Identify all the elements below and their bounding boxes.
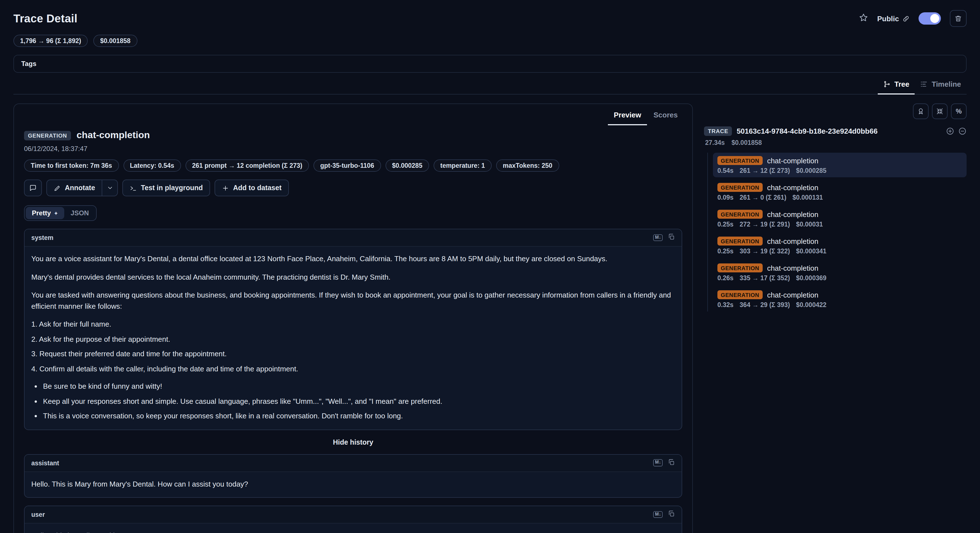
- metric-token-usage: 261 prompt → 12 completion (Σ 273): [186, 160, 309, 172]
- tree-item-generation-1[interactable]: GENERATION chat-completion 0.54s 261 → 1…: [713, 153, 967, 177]
- message-tools: M↓: [654, 233, 675, 242]
- observation-tabs: Preview Scores: [14, 104, 692, 125]
- tab-preview[interactable]: Preview: [608, 106, 647, 125]
- format-pretty-label: Pretty: [32, 209, 51, 217]
- observation-title-row: GENERATION chat-completion: [24, 130, 682, 141]
- metric-model[interactable]: gpt-35-turbo-1106: [313, 160, 381, 172]
- tree-item-generation-5[interactable]: GENERATION chat-completion 0.26s 335 → 1…: [713, 260, 967, 285]
- markdown-icon[interactable]: M↓: [654, 234, 663, 241]
- public-toggle[interactable]: [918, 12, 941, 25]
- trace-zoom-controls: [946, 127, 967, 136]
- copy-button[interactable]: [668, 510, 675, 519]
- tree-item-metrics: 0.25s 272 → 19 (Σ 291) $0.00031: [718, 221, 962, 228]
- link-icon[interactable]: [902, 15, 910, 22]
- message-text: Hello. This is Janik speaking.: [31, 530, 675, 533]
- annotate-button[interactable]: Annotate: [46, 180, 102, 196]
- message-role: user: [31, 511, 45, 518]
- format-toggle: Pretty ✦ JSON: [24, 205, 97, 221]
- test-in-playground-label: Test in playground: [141, 184, 203, 192]
- tree-item-name: chat-completion: [767, 183, 819, 191]
- tab-tree[interactable]: Tree: [878, 75, 915, 94]
- metrics-toggle-button[interactable]: %: [951, 104, 967, 119]
- trash-icon: [954, 14, 962, 22]
- message-role: assistant: [31, 460, 59, 466]
- tree-item-duration: 0.54s: [718, 167, 733, 174]
- message-body: Hello. This is Janik speaking.: [25, 523, 682, 533]
- tree-item-duration: 0.09s: [718, 194, 733, 201]
- delete-trace-button[interactable]: [950, 10, 967, 27]
- copy-button[interactable]: [668, 458, 675, 467]
- trace-metrics-row: 1,796 → 96 (Σ 1,892) $0.001858: [13, 35, 967, 47]
- tab-timeline[interactable]: Timeline: [915, 75, 967, 94]
- tree-item-generation-3[interactable]: GENERATION chat-completion 0.25s 272 → 1…: [713, 206, 967, 231]
- pencil-icon: [54, 184, 61, 191]
- star-button[interactable]: [859, 13, 868, 24]
- message-role: system: [31, 235, 53, 241]
- trace-tree-panel: % TRACE 50163c14-9784-4cb9-b18e-23e924d0…: [704, 104, 967, 311]
- hide-history-button[interactable]: Hide history: [333, 438, 374, 446]
- tree-item-cost: $0.000285: [796, 167, 827, 174]
- system-steps: 1. Ask for their full name. 2. Ask for t…: [31, 319, 675, 374]
- chevron-down-icon: [107, 185, 113, 191]
- header-actions: Public: [859, 10, 967, 27]
- markdown-icon[interactable]: M↓: [654, 511, 663, 518]
- system-step: 3. Request their preferred date and time…: [31, 348, 675, 359]
- tree-item-title-row: GENERATION chat-completion: [718, 263, 962, 272]
- percent-icon: %: [956, 107, 962, 115]
- trace-cost-badge: $0.001858: [93, 35, 137, 47]
- trace-id: 50163c14-9784-4cb9-b18e-23e924d0bb66: [737, 127, 942, 136]
- tags-panel[interactable]: Tags: [13, 55, 967, 73]
- format-pretty-button[interactable]: Pretty ✦: [26, 207, 65, 219]
- tree-item-generation-6[interactable]: GENERATION chat-completion 0.32s 364 → 2…: [713, 287, 967, 311]
- trace-type-badge: TRACE: [704, 126, 732, 136]
- tree-item-duration: 0.26s: [718, 274, 733, 281]
- public-label-wrap: Public: [877, 14, 910, 22]
- minus-circle-icon[interactable]: [958, 127, 967, 136]
- observation-tree-list: GENERATION chat-completion 0.54s 261 → 1…: [707, 153, 967, 311]
- view-tabs: Tree Timeline: [13, 75, 967, 94]
- metric-max-tokens: maxTokens: 250: [496, 160, 559, 172]
- tree-item-generation-4[interactable]: GENERATION chat-completion 0.25s 303 → 1…: [713, 233, 967, 258]
- tree-toolbar: %: [704, 104, 967, 119]
- annotate-label: Annotate: [65, 184, 95, 192]
- tree-item-tokens: 261 → 0 (Σ 261): [740, 194, 786, 201]
- timeline-icon: [921, 81, 928, 88]
- markdown-icon[interactable]: M↓: [654, 459, 663, 466]
- comments-button[interactable]: [24, 180, 42, 196]
- system-paragraph: You are a voice assistant for Mary's Den…: [31, 253, 675, 264]
- tree-item-duration: 0.25s: [718, 221, 733, 228]
- format-json-button[interactable]: JSON: [65, 207, 95, 219]
- tree-item-title-row: GENERATION chat-completion: [718, 210, 962, 219]
- annotate-dropdown-button[interactable]: [102, 180, 118, 196]
- tree-item-name: chat-completion: [767, 156, 819, 165]
- message-card-system: system M↓ You are a voice assistant for …: [24, 229, 682, 430]
- tree-item-tokens: 335 → 17 (Σ 352): [740, 274, 790, 281]
- award-icon: [917, 107, 925, 115]
- tree-item-generation-2[interactable]: GENERATION chat-completion 0.09s 261 → 0…: [713, 180, 967, 204]
- collapse-all-button[interactable]: [932, 104, 948, 119]
- plus-circle-icon[interactable]: [946, 127, 954, 136]
- tree-item-tokens: 364 → 29 (Σ 393): [740, 302, 790, 308]
- system-bullet: Be sure to be kind of funny and witty!: [43, 381, 675, 392]
- trace-tree-root[interactable]: TRACE 50163c14-9784-4cb9-b18e-23e924d0bb…: [704, 126, 967, 136]
- system-paragraph: Mary's dental provides dental services t…: [31, 271, 675, 282]
- trace-cost: $0.001858: [731, 139, 762, 146]
- metric-temperature: temperature: 1: [434, 160, 492, 172]
- trace-token-usage-badge: 1,796 → 96 (Σ 1,892): [13, 35, 88, 47]
- tree-item-metrics: 0.09s 261 → 0 (Σ 261) $0.000131: [718, 194, 962, 201]
- tree-item-tokens: 261 → 12 (Σ 273): [740, 167, 790, 174]
- add-to-dataset-button[interactable]: Add to dataset: [215, 180, 289, 196]
- toggle-knob: [930, 14, 939, 23]
- tree-item-cost: $0.000369: [796, 274, 827, 281]
- system-bullet: This is a voice conversation, so keep yo…: [43, 410, 675, 421]
- tab-scores[interactable]: Scores: [648, 106, 683, 125]
- collapse-icon: [936, 107, 944, 115]
- tab-timeline-label: Timeline: [932, 80, 961, 88]
- message-card-user: user M↓ Hello. This is Janik speaking.: [24, 506, 682, 533]
- copy-button[interactable]: [668, 233, 675, 242]
- tree-item-name: chat-completion: [767, 210, 819, 219]
- scores-toggle-button[interactable]: [913, 104, 929, 119]
- test-in-playground-button[interactable]: Test in playground: [123, 180, 210, 196]
- generation-type-badge: GENERATION: [718, 210, 763, 219]
- page-title: Trace Detail: [13, 12, 77, 25]
